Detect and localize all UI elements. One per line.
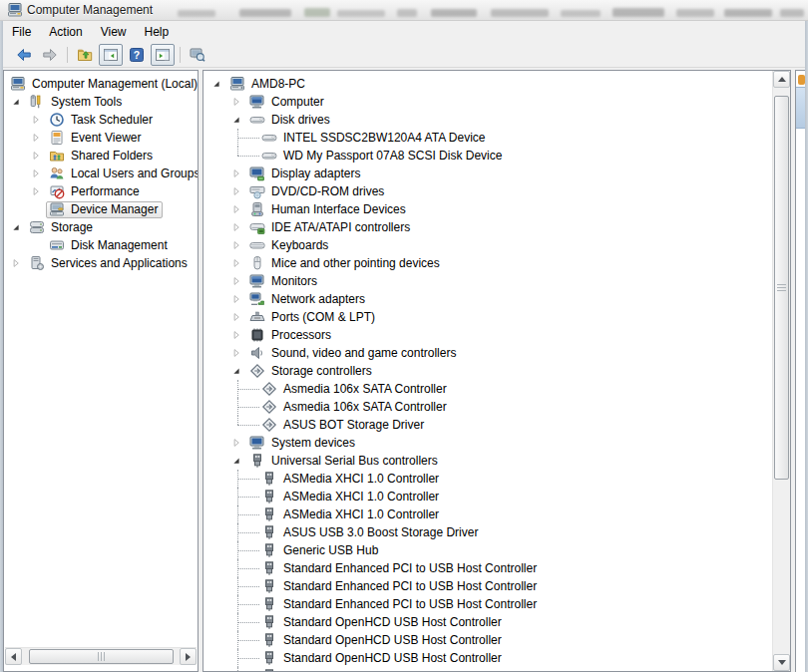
tree-item-storage-controllers[interactable]: Storage controllers — [203, 362, 773, 380]
tree-item-disk-management[interactable]: Disk Management — [4, 236, 198, 254]
expander-expanded-icon[interactable] — [230, 452, 249, 470]
tree-item-computer-management-local[interactable]: Computer Management (Local) — [4, 75, 198, 93]
tree-item-disk-drives[interactable]: Disk drives — [203, 111, 773, 129]
tree-item-asus-usb-3-0-boost-storage-driver[interactable]: ASUS USB 3.0 Boost Storage Driver — [203, 523, 773, 541]
horizontal-scrollbar-thumb[interactable] — [29, 649, 174, 664]
scroll-right-button[interactable] — [180, 648, 197, 665]
tree-item-system-devices[interactable]: System devices — [203, 434, 773, 452]
expander-collapsed-icon[interactable] — [30, 182, 49, 200]
expander-collapsed-icon[interactable] — [230, 165, 249, 182]
scroll-up-button[interactable] — [773, 71, 790, 88]
expander-expanded-icon[interactable] — [230, 362, 249, 380]
expander-collapsed-icon[interactable] — [30, 111, 49, 129]
tree-item-amd8-pc[interactable]: AMD8-PC — [203, 75, 773, 93]
expander-collapsed-icon[interactable] — [230, 344, 249, 362]
expander-collapsed-icon[interactable] — [230, 254, 249, 272]
tree-item-mice-and-other-pointing-devices[interactable]: Mice and other pointing devices — [203, 254, 773, 272]
expander-collapsed-icon[interactable] — [230, 236, 249, 254]
tree-item-standard-enhanced-pci-to-usb-host-contro[interactable]: Standard Enhanced PCI to USB Host Contro… — [203, 595, 773, 613]
tree-item-computer[interactable]: Computer — [203, 93, 773, 111]
tree-item-local-users-and-groups[interactable]: Local Users and Groups — [4, 165, 198, 182]
tree-item-task-scheduler[interactable]: Task Scheduler — [4, 111, 198, 129]
usb-controller-icon — [261, 614, 278, 630]
show-hide-console-tree-button[interactable] — [99, 44, 123, 66]
expander-collapsed-icon[interactable] — [30, 129, 49, 147]
tree-item-standard-enhanced-pci-to-usb-host-contro[interactable]: Standard Enhanced PCI to USB Host Contro… — [203, 559, 773, 577]
tree-item-label: System devices — [271, 434, 355, 452]
tree-item-monitors[interactable]: Monitors — [203, 272, 773, 290]
tree-item-display-adapters[interactable]: Display adapters — [203, 165, 773, 182]
scroll-down-button[interactable] — [773, 654, 790, 671]
show-hide-action-pane-button[interactable] — [151, 44, 175, 66]
tree-item-performance[interactable]: Performance — [4, 182, 198, 200]
expander-collapsed-icon[interactable] — [230, 434, 249, 452]
menu-file[interactable]: File — [3, 22, 40, 42]
tree-item-services-and-applications[interactable]: Services and Applications — [4, 254, 198, 272]
tree-item-event-viewer[interactable]: Event Viewer — [4, 129, 198, 147]
title-bar[interactable]: Computer Management — [0, 0, 808, 21]
expander-collapsed-icon[interactable] — [230, 182, 249, 200]
tree-item-asmedia-106x-sata-controller[interactable]: Asmedia 106x SATA Controller — [203, 380, 773, 398]
tree-item-processors[interactable]: Processors — [203, 326, 773, 344]
expander-collapsed-icon[interactable] — [230, 326, 249, 344]
scan-hardware-changes-button[interactable] — [186, 44, 209, 66]
tree-item-human-interface-devices[interactable]: Human Interface Devices — [203, 200, 773, 218]
tree-item-asmedia-106x-sata-controller[interactable]: Asmedia 106x SATA Controller — [203, 398, 773, 416]
expander-expanded-icon[interactable] — [10, 93, 29, 111]
action-pane-toggle-icon — [155, 47, 171, 63]
horizontal-scrollbar[interactable] — [5, 647, 197, 665]
expander-collapsed-icon[interactable] — [30, 147, 49, 165]
tree-item-label: AMD8-PC — [251, 75, 305, 93]
expander-collapsed-icon[interactable] — [230, 218, 249, 236]
tree-item-standard-openhcd-usb-host-controller[interactable]: Standard OpenHCD USB Host Controller — [203, 613, 773, 631]
tree-item-shared-folders[interactable]: Shared Folders — [4, 147, 198, 165]
tree-item-dvd-cd-rom-drives[interactable]: DVD/CD-ROM drives — [203, 182, 773, 200]
tree-item-standard-openhcd-usb-host-controller[interactable]: Standard OpenHCD USB Host Controller — [203, 631, 773, 649]
tree-item-asmedia-xhci-1-0-controller[interactable]: ASMedia XHCI 1.0 Controller — [203, 505, 773, 523]
tree-item-ide-ata-atapi-controllers[interactable]: IDE ATA/ATAPI controllers — [203, 218, 773, 236]
tree-item-sound-video-and-game-controllers[interactable]: Sound, video and game controllers — [203, 344, 773, 362]
tree-item-keyboards[interactable]: Keyboards — [203, 236, 773, 254]
tree-item-generic-usb-hub[interactable]: Generic USB Hub — [203, 541, 773, 559]
network-adapter-icon — [249, 291, 266, 307]
tree-item-intel-ssdsc2bw120a4-ata-device[interactable]: INTEL SSDSC2BW120A4 ATA Device — [203, 129, 773, 147]
tree-item-network-adapters[interactable]: Network adapters — [203, 290, 773, 308]
menu-help[interactable]: Help — [136, 22, 179, 42]
tree-item-ports-com-lpt[interactable]: Ports (COM & LPT) — [203, 308, 773, 326]
expander-collapsed-icon[interactable] — [230, 272, 249, 290]
back-button[interactable] — [12, 44, 36, 66]
tree-item-partial-item[interactable] — [203, 667, 773, 672]
menu-action[interactable]: Action — [40, 22, 91, 42]
tree-item-storage[interactable]: Storage — [4, 218, 198, 236]
tree-item-asmedia-xhci-1-0-controller[interactable]: ASMedia XHCI 1.0 Controller — [203, 470, 773, 488]
usb-controller-icon — [249, 453, 266, 469]
expander-collapsed-icon[interactable] — [230, 93, 249, 111]
expander-expanded-icon[interactable] — [10, 218, 29, 236]
selected-item-highlight[interactable]: Device Manager — [46, 201, 163, 218]
tree-connector-line — [237, 479, 259, 480]
tree-item-system-tools[interactable]: System Tools — [4, 93, 198, 111]
tree-item-standard-enhanced-pci-to-usb-host-contro[interactable]: Standard Enhanced PCI to USB Host Contro… — [203, 577, 773, 595]
help-button[interactable]: ? — [125, 44, 149, 66]
expander-collapsed-icon[interactable] — [230, 290, 249, 308]
vertical-scrollbar[interactable] — [772, 71, 790, 671]
tree-item-asmedia-xhci-1-0-controller[interactable]: ASMedia XHCI 1.0 Controller — [203, 488, 773, 505]
menu-view[interactable]: View — [92, 22, 136, 42]
storage-controller-icon — [261, 399, 278, 415]
expander-collapsed-icon[interactable] — [30, 165, 49, 182]
expander-collapsed-icon[interactable] — [10, 254, 29, 272]
vertical-scrollbar-thumb[interactable] — [774, 96, 789, 480]
tree-item-label: WD My Passport 07A8 SCSI Disk Device — [283, 147, 502, 165]
tree-item-asus-bot-storage-driver[interactable]: ASUS BOT Storage Driver — [203, 416, 773, 434]
tree-item-standard-openhcd-usb-host-controller[interactable]: Standard OpenHCD USB Host Controller — [203, 649, 773, 667]
tree-item-universal-serial-bus-controllers[interactable]: Universal Serial Bus controllers — [203, 452, 773, 470]
forward-button[interactable] — [38, 44, 62, 66]
expander-expanded-icon[interactable] — [230, 111, 249, 129]
scroll-left-button[interactable] — [5, 648, 22, 665]
expander-expanded-icon[interactable] — [210, 75, 229, 93]
up-one-level-button[interactable] — [73, 44, 97, 66]
tree-item-device-manager[interactable]: Device Manager — [4, 200, 198, 218]
expander-collapsed-icon[interactable] — [230, 308, 249, 326]
expander-collapsed-icon[interactable] — [230, 200, 249, 218]
tree-item-wd-my-passport-07a8-scsi-disk-device[interactable]: WD My Passport 07A8 SCSI Disk Device — [203, 147, 773, 165]
